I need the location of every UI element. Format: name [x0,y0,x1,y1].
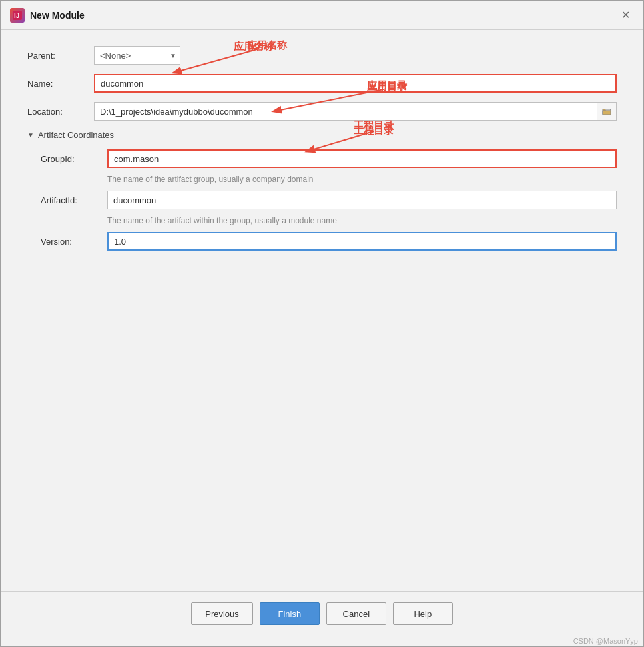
version-input-wrap [107,232,617,251]
cancel-button[interactable]: Cancel [326,602,386,625]
section-divider [118,135,617,135]
groupid-input-wrap [107,149,617,168]
parent-select[interactable]: <None> [94,46,180,65]
name-input[interactable] [94,74,617,93]
dialog: IJ New Module ✕ 应用名称 应用目录 工程目录 [0,0,644,647]
name-input-wrap [94,74,617,93]
artifactid-input-wrap [107,191,617,209]
groupid-row: GroupId: [27,149,617,168]
collapse-triangle[interactable]: ▼ [27,131,34,139]
dialog-footer: Previous Finish Cancel Help [1,591,643,636]
svg-text:IJ: IJ [14,12,19,19]
dialog-title: New Module [30,10,85,21]
title-bar-left: IJ New Module [10,8,85,23]
artifact-section-header: ▼ Artifact Coordinates [27,130,617,140]
cancel-label: Cancel [343,609,370,619]
app-icon: IJ [10,8,25,23]
svg-rect-6 [603,111,611,115]
artifactid-input[interactable] [107,191,617,209]
name-row: Name: [27,74,617,93]
parent-row: Parent: <None> ▼ [27,46,617,65]
content-area: 应用名称 应用目录 工程目录 应用名称 应用目录 [1,30,643,434]
name-label: Name: [27,79,94,89]
artifactid-label: ArtifactId: [41,195,107,205]
artifactid-row: ArtifactId: [27,191,617,209]
version-row: Version: [27,232,617,251]
help-button[interactable]: Help [393,602,453,625]
previous-underline: P [205,609,211,619]
browse-button[interactable] [597,102,617,121]
location-label: Location: [27,107,94,117]
version-label: Version: [41,237,107,247]
groupid-label: GroupId: [41,154,107,164]
groupid-hint: The name of the artifact group, usually … [107,175,617,184]
groupid-input[interactable] [107,149,617,168]
form-area: 应用名称 应用目录 工程目录 应用名称 应用目录 [27,46,617,251]
version-input[interactable] [107,232,617,251]
close-button[interactable]: ✕ [617,7,634,23]
help-label: Help [414,609,432,619]
location-row: Location: [27,102,617,121]
previous-button[interactable]: Previous [191,602,253,625]
finish-button[interactable]: Finish [260,602,320,625]
location-wrap [94,102,617,121]
location-input[interactable] [94,102,597,121]
parent-select-wrapper[interactable]: <None> ▼ [94,46,180,65]
watermark: CSDN @MasonYyp [1,636,643,646]
parent-label: Parent: [27,51,94,61]
title-bar: IJ New Module ✕ [1,1,643,30]
finish-label: Finish [278,609,301,619]
artifact-section-title: Artifact Coordinates [38,130,114,140]
folder-icon [602,107,611,116]
artifactid-hint: The name of the artifact within the grou… [107,216,617,225]
previous-label: Previous [205,609,239,619]
content-spacer [1,434,643,592]
